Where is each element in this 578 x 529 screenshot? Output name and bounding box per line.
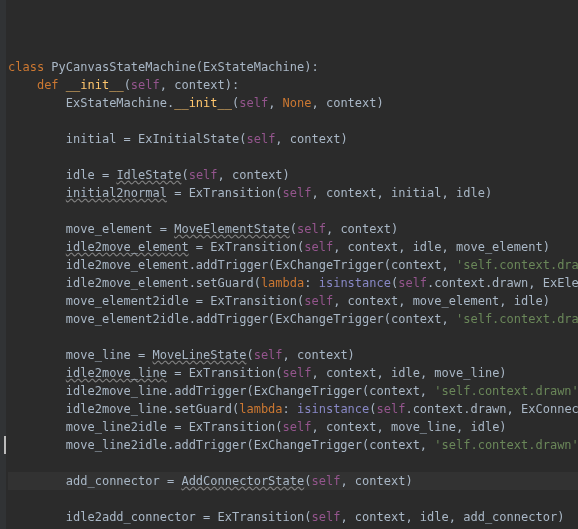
caret bbox=[4, 436, 6, 454]
code-line: move_line2idle.addTrigger(ExChangeTrigge… bbox=[8, 438, 578, 452]
code-line: idle2add_connector = ExTransition(self, … bbox=[8, 510, 564, 524]
code-line: def __init__(self, context): bbox=[8, 78, 239, 92]
code-line: add_connector = AddConnectorState(self, … bbox=[8, 474, 413, 488]
code-editor[interactable]: class PyCanvasStateMachine(ExStateMachin… bbox=[0, 0, 578, 529]
code-line: ExStateMachine.__init__(self, None, cont… bbox=[8, 96, 384, 110]
blank-line bbox=[8, 114, 15, 128]
code-line: move_line = MoveLineState(self, context) bbox=[8, 348, 355, 362]
code-line: idle2move_element.addTrigger(ExChangeTri… bbox=[8, 258, 578, 272]
blank-line bbox=[8, 456, 15, 470]
code-line: initial2normal = ExTransition(self, cont… bbox=[8, 186, 492, 200]
init-method: __init__ bbox=[66, 78, 124, 92]
code-line: class PyCanvasStateMachine(ExStateMachin… bbox=[8, 60, 319, 74]
blank-line bbox=[8, 330, 15, 344]
code-line: idle2move_line.setGuard(lambda: isinstan… bbox=[8, 402, 578, 416]
code-line: idle2move_line = ExTransition(self, cont… bbox=[8, 366, 507, 380]
highlighted-line: add_connector = AddConnectorState(self, … bbox=[8, 472, 578, 490]
code-line: idle = IdleState(self, context) bbox=[8, 168, 290, 182]
code-line: move_element2idle = ExTransition(self, c… bbox=[8, 294, 550, 308]
code-line: initial = ExInitialState(self, context) bbox=[8, 132, 348, 146]
blank-line bbox=[8, 204, 15, 218]
idle-state-call: IdleState bbox=[116, 168, 181, 182]
code-line: move_element2idle.addTrigger(ExChangeTri… bbox=[8, 312, 578, 326]
code-line: idle2move_element = ExTransition(self, c… bbox=[8, 240, 550, 254]
blank-line bbox=[8, 150, 15, 164]
code-line: move_element = MoveElementState(self, co… bbox=[8, 222, 398, 236]
code-line: idle2move_element.setGuard(lambda: isins… bbox=[8, 276, 578, 290]
class-name: PyCanvasStateMachine bbox=[51, 60, 196, 74]
code-line: idle2move_line.addTrigger(ExChangeTrigge… bbox=[8, 384, 578, 398]
keyword-class: class bbox=[8, 60, 44, 74]
code-line: move_line2idle = ExTransition(self, cont… bbox=[8, 420, 507, 434]
unused-var: initial2normal bbox=[66, 186, 167, 200]
